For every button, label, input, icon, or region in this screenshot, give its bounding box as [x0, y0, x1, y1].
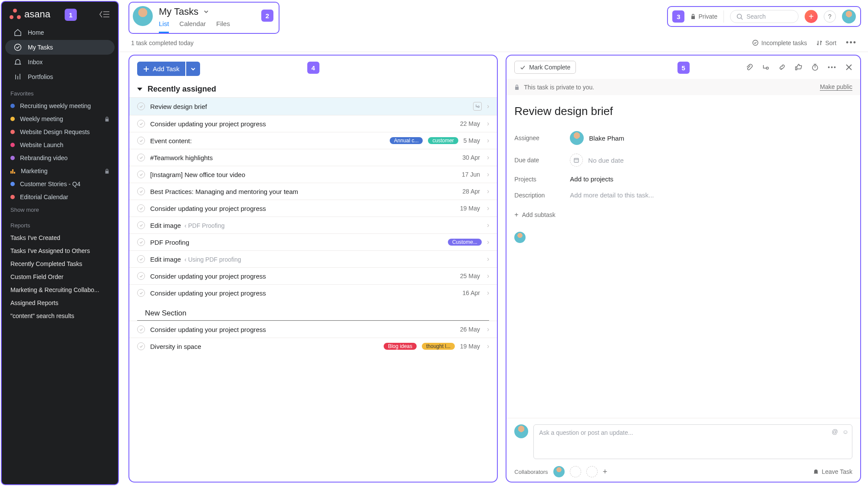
sidebar-report[interactable]: Recently Completed Tasks — [2, 257, 118, 270]
complete-check-icon[interactable] — [137, 255, 145, 263]
due-date-value[interactable]: No due date — [570, 154, 624, 167]
collapse-sidebar-button[interactable] — [99, 10, 110, 19]
sidebar-report[interactable]: Tasks I've Created — [2, 231, 118, 244]
attachment-button[interactable] — [745, 63, 753, 71]
more-button[interactable]: ••• — [828, 64, 837, 71]
leave-task-button[interactable]: Leave Task — [813, 468, 852, 475]
task-row[interactable]: Consider updating your project progress2… — [129, 267, 497, 284]
task-name: Event content: — [150, 137, 385, 144]
complete-check-icon[interactable] — [137, 171, 145, 178]
task-row[interactable]: Edit image‹ PDF Proofing› — [129, 217, 497, 233]
complete-check-icon[interactable] — [137, 154, 145, 161]
assignee-value[interactable]: Blake Pham — [570, 131, 624, 145]
sort-button[interactable]: Sort — [816, 39, 836, 46]
tag-pill[interactable]: customer — [428, 137, 458, 144]
tab-calendar[interactable]: Calendar — [179, 20, 206, 33]
nav-inbox[interactable]: Inbox — [5, 55, 115, 69]
task-row[interactable]: PDF ProofingCustome...› — [129, 233, 497, 250]
sidebar-favorite[interactable]: Recruiting weekly meeting — [2, 99, 118, 112]
asana-logo-icon — [10, 9, 21, 20]
task-row[interactable]: Review design brief› — [129, 97, 497, 115]
profile-avatar[interactable] — [842, 10, 856, 23]
task-row[interactable]: Consider updating your project progress1… — [129, 200, 497, 217]
logo[interactable]: asana — [10, 9, 50, 20]
nav-portfolios[interactable]: Portfolios — [5, 69, 115, 84]
tag-pill[interactable]: Annual c... — [390, 137, 423, 144]
sidebar-report[interactable]: Marketing & Recruiting Collabo... — [2, 283, 118, 296]
complete-check-icon[interactable] — [137, 342, 145, 350]
description-value[interactable]: Add more detail to this task... — [570, 191, 654, 199]
sidebar-report[interactable]: Custom Field Order — [2, 270, 118, 283]
sidebar-report[interactable]: "content" search results — [2, 309, 118, 322]
tab-list[interactable]: List — [159, 20, 169, 33]
complete-check-icon[interactable] — [137, 204, 145, 212]
sidebar-favorite[interactable]: Marketing — [2, 164, 118, 177]
sidebar-favorite[interactable]: Website Design Requests — [2, 125, 118, 138]
help-button[interactable]: ? — [824, 10, 836, 23]
sidebar-report[interactable]: Tasks I've Assigned to Others — [2, 244, 118, 257]
collaborator-placeholder[interactable] — [570, 466, 581, 477]
sidebar-favorite[interactable]: Rebranding video — [2, 151, 118, 164]
like-button[interactable] — [795, 63, 802, 71]
complete-check-icon[interactable] — [137, 221, 145, 229]
complete-check-icon[interactable] — [137, 137, 145, 144]
nav-my-tasks[interactable]: My Tasks — [5, 40, 115, 55]
tag-pill[interactable]: thought l... — [422, 343, 455, 350]
collaborator-placeholder[interactable] — [586, 466, 598, 477]
more-menu[interactable]: ••• — [846, 38, 857, 47]
add-collaborator-button[interactable]: + — [603, 467, 608, 476]
complete-check-icon[interactable] — [137, 289, 145, 297]
tab-files[interactable]: Files — [216, 20, 230, 33]
sidebar-favorite[interactable]: Editorial Calendar — [2, 190, 118, 204]
sidebar-favorite[interactable]: Website Launch — [2, 138, 118, 151]
task-row[interactable]: Edit image‹ Using PDF proofing› — [129, 250, 497, 267]
tag-pill[interactable]: Custome... — [448, 239, 482, 246]
task-row[interactable]: Consider updating your project progress2… — [129, 115, 497, 132]
sidebar-report[interactable]: Assigned Reports — [2, 296, 118, 309]
timer-button[interactable] — [811, 63, 819, 71]
add-task-dropdown[interactable] — [186, 62, 200, 76]
complete-check-icon[interactable] — [137, 187, 145, 195]
task-row[interactable]: Best Practices: Managing and mentoring y… — [129, 183, 497, 200]
task-row[interactable]: Diversity in spaceBlog ideasthought l...… — [129, 338, 497, 355]
task-date: 5 May — [464, 137, 480, 144]
link-button[interactable] — [778, 63, 786, 71]
subtasks-indicator-icon[interactable] — [473, 102, 482, 111]
complete-check-icon[interactable] — [137, 120, 145, 128]
sidebar-favorite[interactable]: Customer Stories - Q4 — [2, 177, 118, 190]
sidebar-favorite[interactable]: Weekly meeting — [2, 112, 118, 125]
lock-icon — [690, 13, 696, 20]
search-box[interactable]: Search — [730, 10, 799, 23]
filter-incomplete[interactable]: Incomplete tasks — [752, 39, 807, 46]
make-public-link[interactable]: Make public — [820, 83, 852, 91]
task-row[interactable]: #Teamwork highlights30 Apr› — [129, 149, 497, 166]
page-title[interactable]: My Tasks — [159, 6, 230, 17]
privacy-indicator[interactable]: Private — [690, 13, 717, 20]
show-more-link[interactable]: Show more — [2, 204, 118, 216]
nav-home[interactable]: Home — [5, 25, 115, 40]
complete-check-icon[interactable] — [137, 238, 145, 246]
subtasks-button[interactable] — [762, 63, 769, 71]
section-new[interactable]: New Section — [137, 304, 489, 321]
mention-icon[interactable]: @ — [832, 428, 838, 435]
mark-complete-button[interactable]: Mark Complete — [514, 61, 576, 74]
task-title[interactable]: Review design brief — [514, 105, 852, 118]
close-button[interactable] — [845, 64, 852, 71]
tag-pill[interactable]: Blog ideas — [384, 343, 417, 350]
emoji-icon[interactable]: ☺ — [842, 428, 848, 435]
projects-value[interactable]: Add to projects — [570, 175, 613, 183]
user-avatar[interactable] — [133, 6, 153, 26]
task-row[interactable]: Consider updating your project progress2… — [129, 321, 497, 338]
add-subtask-button[interactable]: + Add subtask — [514, 211, 555, 219]
section-recently-assigned[interactable]: Recently assigned — [129, 82, 497, 97]
complete-check-icon[interactable] — [137, 102, 145, 110]
comment-input[interactable]: Ask a question or post an update... @ ☺ — [533, 424, 852, 459]
task-row[interactable]: Consider updating your project progress1… — [129, 284, 497, 301]
collaborator-avatar[interactable] — [553, 466, 565, 477]
task-row[interactable]: [Instagram] New office tour video17 Jun› — [129, 166, 497, 183]
omni-add-button[interactable]: + — [805, 10, 818, 23]
complete-check-icon[interactable] — [137, 272, 145, 280]
complete-check-icon[interactable] — [137, 325, 145, 333]
task-row[interactable]: Event content:Annual c...customer5 May› — [129, 132, 497, 149]
add-task-button[interactable]: Add Task — [137, 62, 185, 76]
